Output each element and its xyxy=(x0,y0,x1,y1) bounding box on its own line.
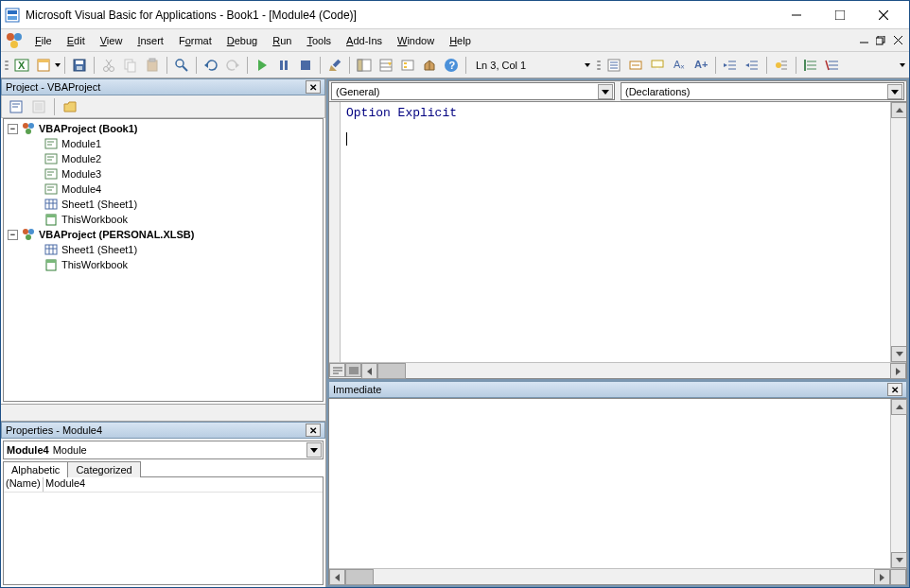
menu-run[interactable]: Run xyxy=(265,32,299,49)
menu-tools[interactable]: Tools xyxy=(299,32,339,49)
project-panel-close[interactable]: ✕ xyxy=(306,80,321,94)
list-constants-icon[interactable] xyxy=(625,55,646,76)
tab-alphabetic[interactable]: Alphabetic xyxy=(3,461,68,477)
run-icon[interactable] xyxy=(252,55,272,76)
tree-module2[interactable]: Module2 xyxy=(4,151,323,166)
code-margin[interactable] xyxy=(329,102,341,362)
immediate-panel-close[interactable]: ✕ xyxy=(887,383,902,396)
parameter-info-icon[interactable]: Aₓ xyxy=(669,55,690,76)
full-module-view-icon[interactable] xyxy=(345,363,361,377)
toolbar-grip-2[interactable] xyxy=(597,56,601,75)
mdi-minimize-button[interactable] xyxy=(856,33,871,48)
comment-block-icon[interactable] xyxy=(800,55,821,76)
close-button[interactable] xyxy=(862,2,905,28)
tree-thisworkbook-personal[interactable]: ThisWorkbook xyxy=(4,257,323,272)
redo-icon[interactable] xyxy=(222,55,243,76)
tree-module1[interactable]: Module1 xyxy=(4,136,323,151)
vertical-scrollbar[interactable] xyxy=(890,399,906,568)
uncomment-block-icon[interactable] xyxy=(822,55,843,76)
indent-icon[interactable] xyxy=(720,55,741,76)
properties-object-selector[interactable]: Module4 Module xyxy=(3,441,324,459)
object-selector[interactable]: (General) xyxy=(331,82,615,100)
menu-format[interactable]: Format xyxy=(171,32,219,49)
property-value[interactable]: Module4 xyxy=(44,477,323,492)
scroll-right-icon[interactable] xyxy=(874,569,890,585)
horizontal-scrollbar[interactable] xyxy=(361,363,906,378)
find-icon[interactable] xyxy=(171,55,192,76)
reset-icon[interactable] xyxy=(295,55,316,76)
menu-debug[interactable]: Debug xyxy=(219,32,265,49)
insert-module-dropdown[interactable] xyxy=(55,55,61,76)
menu-edit[interactable]: Edit xyxy=(60,32,93,49)
tab-categorized[interactable]: Categorized xyxy=(67,461,140,477)
project-explorer-icon[interactable] xyxy=(354,55,375,76)
breakpoint-icon[interactable] xyxy=(771,55,792,76)
menu-file[interactable]: File xyxy=(27,32,60,49)
scroll-thumb[interactable] xyxy=(377,363,406,379)
complete-word-icon[interactable]: A+ xyxy=(691,55,711,76)
scroll-down-icon[interactable] xyxy=(891,552,907,568)
menu-insert[interactable]: Insert xyxy=(130,32,171,49)
dropdown-icon[interactable] xyxy=(306,442,322,458)
project-tree[interactable]: − VBAProject (Book1) Module1 Module2 Mod… xyxy=(3,118,324,402)
maximize-button[interactable] xyxy=(818,2,862,28)
mdi-restore-button[interactable] xyxy=(873,33,888,48)
vertical-scrollbar[interactable] xyxy=(890,102,906,362)
undo-icon[interactable] xyxy=(201,55,221,76)
scroll-left-icon[interactable] xyxy=(329,569,345,585)
property-row[interactable]: (Name) Module4 xyxy=(4,477,323,493)
immediate-window[interactable] xyxy=(328,398,907,585)
view-excel-icon[interactable]: X xyxy=(11,55,32,76)
copy-icon[interactable] xyxy=(120,55,141,76)
scroll-up-icon[interactable] xyxy=(891,399,907,415)
object-browser-icon[interactable] xyxy=(397,55,418,76)
break-icon[interactable] xyxy=(273,55,294,76)
design-mode-icon[interactable] xyxy=(324,55,345,76)
quick-info-icon[interactable] xyxy=(647,55,668,76)
scroll-left-icon[interactable] xyxy=(361,363,377,379)
procedure-view-icon[interactable] xyxy=(329,363,345,377)
help-icon[interactable]: ? xyxy=(441,55,462,76)
scroll-up-icon[interactable] xyxy=(891,102,906,118)
tree-module3[interactable]: Module3 xyxy=(4,166,323,182)
toolbar-overflow[interactable] xyxy=(585,55,590,76)
insert-module-icon[interactable] xyxy=(33,55,54,76)
outdent-icon[interactable] xyxy=(742,55,762,76)
minimize-button[interactable] xyxy=(775,2,818,28)
horizontal-scrollbar[interactable] xyxy=(329,568,906,584)
menu-view[interactable]: View xyxy=(93,32,131,49)
scroll-thumb[interactable] xyxy=(345,569,374,585)
svg-point-9 xyxy=(10,41,18,48)
menu-window[interactable]: Window xyxy=(390,32,442,49)
tree-project-personal[interactable]: − VBAProject (PERSONAL.XLSB) xyxy=(4,227,323,242)
dropdown-icon[interactable] xyxy=(598,84,613,99)
collapse-icon[interactable]: − xyxy=(8,124,18,134)
properties-grid[interactable]: (Name) Module4 xyxy=(3,476,324,585)
tree-sheet1-book1[interactable]: Sheet1 (Sheet1) xyxy=(4,197,323,212)
view-object-icon[interactable] xyxy=(28,97,49,116)
toolbox-icon[interactable] xyxy=(419,55,440,76)
tree-thisworkbook-book1[interactable]: ThisWorkbook xyxy=(4,212,323,227)
collapse-icon[interactable]: − xyxy=(8,230,18,240)
procedure-selector[interactable]: (Declarations) xyxy=(621,82,904,100)
scroll-right-icon[interactable] xyxy=(890,363,906,379)
code-editor[interactable]: Option Explicit xyxy=(329,102,906,362)
folder-toggle-icon[interactable] xyxy=(60,97,80,116)
menu-addins[interactable]: Add-Ins xyxy=(339,32,390,49)
view-code-icon[interactable] xyxy=(6,97,26,116)
menu-help[interactable]: Help xyxy=(442,32,479,49)
dropdown-icon[interactable] xyxy=(887,84,902,99)
properties-panel-close[interactable]: ✕ xyxy=(306,424,321,437)
list-properties-icon[interactable] xyxy=(604,55,624,76)
scroll-down-icon[interactable] xyxy=(891,346,906,362)
save-icon[interactable] xyxy=(69,55,90,76)
tree-project-book1[interactable]: − VBAProject (Book1) xyxy=(4,121,323,136)
mdi-close-button[interactable] xyxy=(890,33,905,48)
toolbar-grip[interactable] xyxy=(5,56,9,75)
cut-icon[interactable] xyxy=(98,55,119,76)
tree-sheet1-personal[interactable]: Sheet1 (Sheet1) xyxy=(4,242,323,257)
paste-icon[interactable] xyxy=(142,55,163,76)
tree-module4[interactable]: Module4 xyxy=(4,182,323,197)
properties-window-icon[interactable] xyxy=(376,55,396,76)
toolbar-overflow-2[interactable] xyxy=(900,55,905,76)
